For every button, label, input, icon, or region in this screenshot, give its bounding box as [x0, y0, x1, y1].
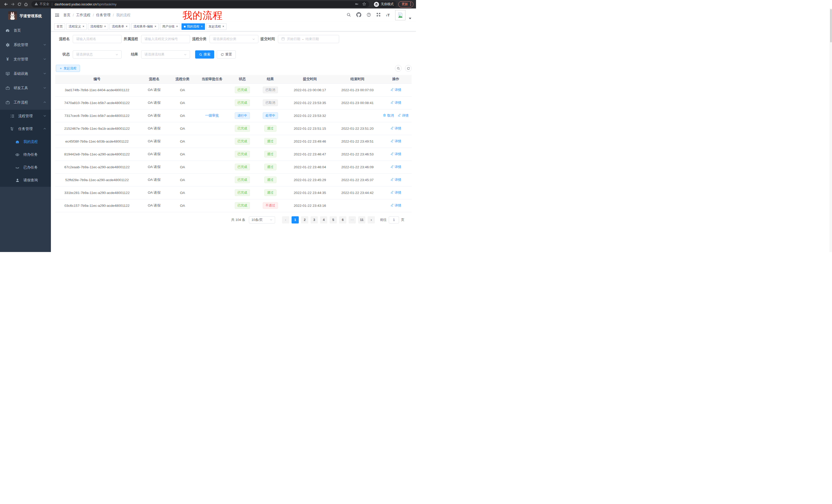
sidebar-item-my-process[interactable]: 我的流程 — [0, 135, 51, 148]
cell-current-task — [196, 135, 229, 148]
bookmark-star-icon[interactable] — [362, 2, 366, 7]
page-button-2[interactable]: 2 — [301, 216, 308, 223]
tab-user-group[interactable]: 用户分组× — [160, 23, 180, 30]
action-detail-link[interactable]: 详情 — [397, 113, 409, 118]
search-icon[interactable] — [346, 12, 351, 18]
breadcrumb-item[interactable]: 首页 — [63, 13, 71, 18]
action-detail-link[interactable]: 详情 — [390, 88, 401, 92]
action-detail-link[interactable]: 详情 — [390, 190, 401, 195]
cell-operations: 详情 — [380, 173, 412, 186]
sidebar-item-workflow[interactable]: 工作流程 — [0, 95, 51, 110]
status-select[interactable]: 请选择状态 — [73, 50, 122, 59]
avatar-caret-down-icon[interactable] — [409, 16, 411, 20]
action-detail-link[interactable]: 详情 — [390, 152, 401, 157]
tab-close-icon[interactable]: × — [176, 25, 178, 28]
fullscreen-icon[interactable] — [376, 12, 381, 18]
cell-operations: 取消详情 — [380, 109, 412, 122]
sidebar-item-system[interactable]: 系统管理 — [0, 38, 51, 52]
top-navbar: 首页/工作流程/任务管理/我的流程 我的流程 TT — [51, 8, 416, 22]
current-task-link[interactable]: 一级审批 — [205, 114, 219, 117]
table-refresh-button[interactable] — [405, 65, 412, 72]
sidebar-item-leave-query[interactable]: 请假查询 — [0, 174, 51, 187]
process-name-input[interactable]: 请输入流程名 — [73, 35, 122, 43]
cell-submit-time: 2022-01-22 23:45:29 — [285, 173, 335, 186]
home-icon[interactable] — [23, 1, 29, 8]
action-detail-link[interactable]: 详情 — [390, 165, 401, 169]
sidebar-item-done-tasks[interactable]: 已办任务 — [0, 161, 51, 174]
back-icon[interactable] — [3, 1, 9, 8]
action-detail-link[interactable]: 详情 — [390, 101, 401, 105]
submit-time-range-picker[interactable]: 开始日期 - 结束日期 — [278, 35, 339, 43]
tab-close-icon[interactable]: × — [104, 25, 106, 28]
help-icon[interactable] — [367, 12, 371, 18]
next-page-button[interactable]: › — [368, 216, 375, 223]
goto-page-input[interactable]: 1 — [389, 216, 399, 223]
breadcrumb-item: 我的流程 — [116, 13, 131, 18]
action-detail-link[interactable]: 详情 — [390, 177, 401, 182]
search-button[interactable]: 搜索 — [195, 50, 214, 59]
date-end-placeholder[interactable]: 结束日期 — [306, 37, 319, 41]
parent-process-input[interactable]: 请输入流程定义的编号 — [141, 35, 190, 43]
tab-start-process[interactable]: 发起流程× — [206, 23, 227, 30]
logo-image — [8, 11, 17, 21]
tab-process-form-edit[interactable]: 流程表单-编辑× — [131, 23, 159, 30]
sidebar-collapse-icon[interactable] — [55, 13, 59, 17]
browser-menu-dots-icon[interactable] — [410, 2, 411, 7]
page-button-1[interactable]: 1 — [291, 216, 299, 223]
cell-result: 通过 — [256, 161, 285, 173]
breadcrumb-item[interactable]: 工作流程 — [76, 13, 90, 18]
result-select[interactable]: 请选择流结果 — [141, 50, 190, 59]
page-button-11[interactable]: 11 — [358, 216, 365, 223]
tab-close-icon[interactable]: × — [126, 25, 128, 28]
avatar[interactable] — [395, 10, 406, 20]
reload-icon[interactable] — [16, 1, 23, 8]
tab-close-icon[interactable]: × — [82, 25, 84, 28]
page-button-5[interactable]: 5 — [330, 216, 337, 223]
page-button-6[interactable]: 6 — [339, 216, 346, 223]
sidebar-item-label: 基础设施 — [14, 72, 43, 76]
sidebar-item-payment[interactable]: ¥支付管理 — [0, 52, 51, 66]
action-detail-link[interactable]: 详情 — [390, 203, 401, 208]
page-button-3[interactable]: 3 — [311, 216, 318, 223]
sidebar-item-infra[interactable]: 基础设施 — [0, 66, 51, 81]
forward-icon[interactable] — [9, 1, 16, 8]
github-icon[interactable] — [356, 12, 361, 18]
reset-button[interactable]: 重置 — [217, 50, 236, 59]
action-detail-link[interactable]: 详情 — [390, 126, 401, 131]
gear-icon — [5, 43, 10, 47]
action-detail-link[interactable]: 详情 — [390, 139, 401, 144]
address-bar[interactable]: 不安全 dashboard.yudao.iocoder.cn/bpm/task/… — [31, 1, 369, 7]
date-separator: - — [302, 37, 303, 41]
cell-status: 已完成 — [229, 122, 256, 135]
page-size-select[interactable]: 10条/页 — [249, 216, 275, 223]
tab-close-icon[interactable]: × — [155, 25, 156, 28]
tab-process-model[interactable]: 流程模型× — [88, 23, 108, 30]
breadcrumb-item[interactable]: 任务管理 — [96, 13, 110, 18]
font-size-icon[interactable]: TT — [386, 13, 390, 18]
prev-page-button[interactable]: ‹ — [282, 216, 289, 223]
table-search-toggle-button[interactable] — [395, 65, 401, 72]
edit-icon — [390, 191, 394, 195]
sidebar-item-label: 系统管理 — [14, 43, 43, 47]
start-process-button[interactable]: ＋ 发起流程 — [56, 65, 80, 72]
date-start-placeholder[interactable]: 开始日期 — [287, 37, 300, 41]
tab-process-form[interactable]: 流程表单× — [109, 23, 130, 30]
sidebar-item-todo-tasks[interactable]: 待办任务 — [0, 148, 51, 161]
key-icon[interactable] — [355, 2, 359, 7]
browser-update-button[interactable]: 更新 — [398, 1, 413, 7]
tab-my-process[interactable]: 我的流程× — [182, 23, 205, 30]
toolbox-icon — [5, 86, 10, 90]
tab-close-icon[interactable]: × — [201, 25, 203, 28]
security-warning-icon — [34, 2, 38, 6]
cell-submit-time: 2022-01-22 23:43:16 — [285, 199, 335, 212]
tab-close-icon[interactable]: × — [223, 25, 224, 28]
sidebar-item-task-mgmt[interactable]: 任务管理 — [0, 122, 51, 135]
page-button-4[interactable]: 4 — [320, 216, 327, 223]
tab-home[interactable]: 首页 — [54, 23, 65, 30]
sidebar-item-devtools[interactable]: 研发工具 — [0, 81, 51, 95]
sidebar-item-home[interactable]: 首页 — [0, 23, 51, 38]
tab-process-definition[interactable]: 流程定义× — [66, 23, 87, 30]
category-select[interactable]: 请选择流程分类 — [210, 35, 258, 43]
sidebar-item-process-mgmt[interactable]: 流程管理 — [0, 110, 51, 122]
action-cancel-link[interactable]: 取消 — [383, 113, 394, 118]
